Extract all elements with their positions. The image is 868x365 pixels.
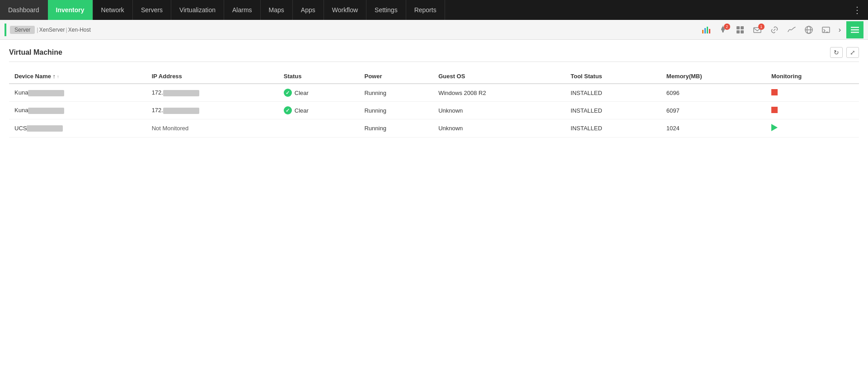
nav-item-alarms[interactable]: Alarms [224, 0, 261, 20]
ip-address-cell: 172. [146, 84, 278, 102]
status-icon: ✓ [284, 106, 292, 114]
power-cell: Running [359, 102, 433, 119]
device-name-prefix: UCS [14, 125, 27, 132]
monitoring-play-icon [771, 124, 778, 131]
bell-badge: 2 [724, 24, 730, 30]
link-icon-button[interactable] [767, 24, 782, 36]
terminal-icon-button[interactable] [819, 24, 833, 36]
device-name-prefix: Kuna [14, 107, 28, 114]
col-memory: Memory(MB) [661, 69, 766, 84]
col-device-name[interactable]: Device Name ↑ [9, 69, 146, 84]
grid-icon-button[interactable] [733, 24, 747, 36]
power-cell: Running [359, 84, 433, 102]
status-clear: ✓ Clear [284, 106, 354, 114]
ip-redacted [163, 108, 199, 114]
device-name-redacted [28, 108, 64, 114]
mail-badge: 1 [758, 24, 765, 30]
svg-rect-7 [737, 26, 740, 29]
globe-icon-button[interactable] [802, 24, 816, 36]
status-cell: ✓ Clear [278, 84, 359, 102]
device-name-cell: Kuna [9, 84, 146, 102]
breadcrumb-accent [5, 24, 6, 36]
breadcrumb-sep-2: | [66, 26, 67, 33]
chart-icon-button[interactable] [699, 24, 713, 36]
ip-prefix: 172. [152, 107, 163, 114]
memory-cell: 6097 [661, 102, 766, 119]
nav-item-servers[interactable]: Servers [133, 0, 171, 20]
svg-rect-1 [704, 28, 706, 33]
breadcrumb-xenserver[interactable]: XenServer [39, 27, 65, 33]
tool-status-cell: INSTALLED [565, 119, 661, 137]
nav-more-button[interactable]: ⋮ [846, 0, 868, 20]
top-nav: Dashboard Inventory Network Servers Virt… [0, 0, 868, 20]
status-icon: ✓ [284, 89, 292, 97]
svg-rect-8 [741, 26, 744, 29]
section-header: Virtual Machine ↻ ⤢ [9, 47, 859, 62]
mail-icon-button[interactable]: 1 [750, 24, 765, 36]
breadcrumb: Server | XenServer | Xen-Host [5, 24, 91, 36]
trend-icon-button[interactable] [784, 24, 799, 36]
svg-rect-15 [822, 27, 830, 33]
col-status: Status [278, 69, 359, 84]
device-name-redacted [28, 90, 64, 96]
not-monitored-label: Not Monitored [152, 125, 189, 132]
table-row: Kuna 172. ✓ Clear Running Unknown INSTAL… [9, 102, 859, 119]
power-cell: Running [359, 119, 433, 137]
device-name-prefix: Kuna [14, 89, 28, 96]
nav-item-network[interactable]: Network [93, 0, 133, 20]
device-name-cell: Kuna [9, 102, 146, 119]
nav-item-maps[interactable]: Maps [261, 0, 293, 20]
section-actions: ↻ ⤢ [830, 47, 859, 58]
nav-item-virtualization[interactable]: Virtualization [171, 0, 224, 20]
nav-item-workflow[interactable]: Workflow [324, 0, 366, 20]
status-label: Clear [295, 107, 309, 114]
ip-address-cell: Not Monitored [146, 119, 278, 137]
tool-status-cell: INSTALLED [565, 102, 661, 119]
device-name-cell: UCS [9, 119, 146, 137]
svg-point-5 [722, 31, 723, 33]
device-name-redacted [27, 125, 63, 132]
nav-item-apps[interactable]: Apps [293, 0, 324, 20]
breadcrumb-chevron-button[interactable]: › [836, 24, 844, 36]
guest-os-cell: Unknown [433, 102, 565, 119]
nav-item-dashboard[interactable]: Dashboard [0, 0, 48, 20]
table-row: Kuna 172. ✓ Clear Running Windows 2008 R… [9, 84, 859, 102]
col-tool-status: Tool Status [565, 69, 661, 84]
memory-cell: 1024 [661, 119, 766, 137]
expand-button[interactable]: ⤢ [846, 47, 859, 58]
table-row: UCS Not Monitored Running Unknown INSTAL… [9, 119, 859, 137]
memory-cell: 6096 [661, 84, 766, 102]
virtual-machine-table: Device Name ↑ IP Address Status Power Gu… [9, 69, 859, 137]
col-guest-os: Guest OS [433, 69, 565, 84]
svg-rect-3 [709, 29, 710, 33]
svg-rect-0 [702, 30, 704, 33]
svg-rect-2 [707, 27, 708, 33]
ip-address-cell: 172. [146, 102, 278, 119]
section-title: Virtual Machine [9, 48, 62, 57]
toolbar-icons: 2 1 [699, 21, 863, 38]
guest-os-cell: Unknown [433, 119, 565, 137]
guest-os-cell: Windows 2008 R2 [433, 84, 565, 102]
breadcrumb-sep-1: | [37, 26, 38, 33]
monitoring-red-icon [771, 89, 778, 95]
col-power: Power [359, 69, 433, 84]
refresh-button[interactable]: ↻ [830, 47, 843, 58]
bell-icon-button[interactable]: 2 [716, 24, 730, 36]
monitoring-cell [766, 119, 859, 137]
status-clear: ✓ Clear [284, 89, 354, 97]
status-cell [278, 119, 359, 137]
nav-item-inventory[interactable]: Inventory [48, 0, 93, 20]
table-body: Kuna 172. ✓ Clear Running Windows 2008 R… [9, 84, 859, 137]
monitoring-cell [766, 102, 859, 119]
breadcrumb-server[interactable]: Server [10, 26, 35, 34]
status-cell: ✓ Clear [278, 102, 359, 119]
nav-item-settings[interactable]: Settings [366, 0, 406, 20]
breadcrumb-xen-host[interactable]: Xen-Host [68, 27, 91, 33]
tool-status-cell: INSTALLED [565, 84, 661, 102]
col-ip-address: IP Address [146, 69, 278, 84]
menu-button[interactable] [846, 21, 863, 38]
svg-rect-10 [741, 30, 744, 33]
breadcrumb-bar: Server | XenServer | Xen-Host 2 [0, 20, 868, 40]
nav-item-reports[interactable]: Reports [406, 0, 445, 20]
monitoring-cell [766, 84, 859, 102]
